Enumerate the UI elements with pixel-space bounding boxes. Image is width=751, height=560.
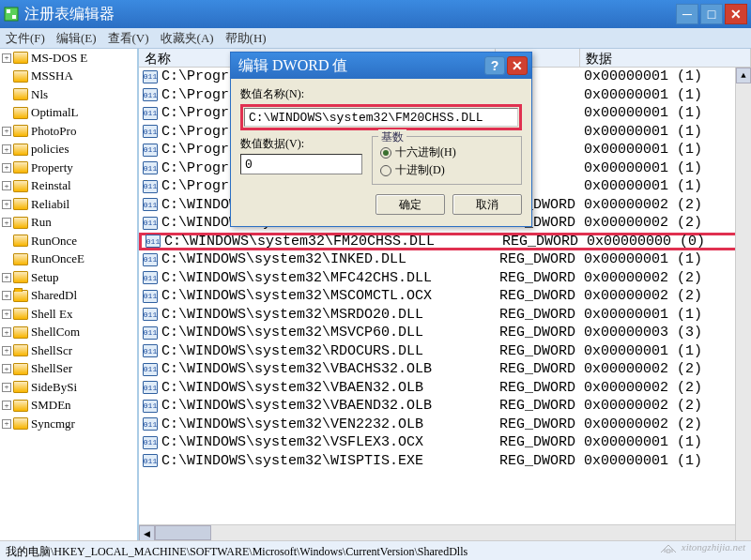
expander-icon[interactable]: + [2,218,11,227]
tree-item[interactable]: +Run [0,214,137,233]
list-row[interactable]: 011C:\WINDOWS\system32\FM20CHSS.DLLREG_D… [139,233,751,251]
cell-data: 0x00000001 (1) [584,343,751,359]
expander-icon[interactable]: + [2,200,11,209]
folder-icon [13,144,28,156]
menu-help[interactable]: 帮助(H) [225,30,267,47]
folder-icon [13,217,28,229]
expander-icon[interactable]: + [2,273,11,282]
tree-item[interactable]: OptimalL [0,104,137,123]
list-row[interactable]: 011C:\WINDOWS\system32\MSRDO20.DLLREG_DW… [139,306,751,325]
maximize-button[interactable]: □ [700,4,723,24]
tree-item[interactable]: +policies [0,141,137,159]
expander-icon[interactable]: + [2,163,11,173]
tree-panel[interactable]: +MS-DOS EMSSHANlsOptimalL+PhotoPro+polic… [0,49,139,540]
folder-icon [13,198,28,210]
dialog-help-button[interactable]: ? [484,56,505,75]
cell-name: C:\WINDOWS\system32\WISPTIS.EXE [161,453,499,469]
horizontal-scrollbar[interactable]: ◀ [139,524,735,540]
tree-item[interactable]: Nls [0,85,137,104]
tree-item[interactable]: +ShellScr [0,341,137,360]
dword-icon: 011 [143,125,158,138]
list-row[interactable]: 011C:\WINDOWS\system32\VBAEND32.OLBREG_D… [139,397,751,416]
list-row[interactable]: 011C:\WINDOWS\system32\MSCOMCTL.OCXREG_D… [139,287,751,306]
cell-name: C:\WINDOWS\system32\INKED.DLL [161,251,499,267]
tree-item[interactable]: +Syncmgr [0,415,137,433]
dialog-close-button[interactable]: ✕ [507,56,528,75]
expander-icon[interactable]: + [2,127,11,136]
list-row[interactable]: 011C:\WINDOWS\system32\VBACHS32.OLBREG_D… [139,360,751,379]
list-row[interactable]: 011C:\WINDOWS\system32\VBAEN32.OLBREG_DW… [139,379,751,398]
tree-item[interactable]: +SharedDl [0,287,137,306]
expander-icon[interactable]: + [2,181,11,190]
list-row[interactable]: 011C:\WINDOWS\system32\WISPTIS.EXEREG_DW… [139,452,751,471]
menu-favorites[interactable]: 收藏夹(A) [161,30,214,47]
value-name-input[interactable] [244,108,518,127]
ok-button[interactable]: 确定 [376,194,445,215]
radix-dec-radio[interactable]: 十进制(D) [380,162,513,178]
radio-icon [380,165,391,176]
expander-icon[interactable]: + [2,401,11,410]
dword-icon: 011 [143,217,158,230]
scroll-up-button[interactable]: ▲ [736,68,751,83]
cancel-button[interactable]: 取消 [452,194,522,215]
tree-item-label: Syncmgr [31,416,75,431]
expander-icon[interactable]: + [2,144,11,154]
tree-item[interactable]: +SideBySi [0,378,137,397]
tree-item[interactable]: +Property [0,159,137,177]
dword-icon: 011 [143,308,158,321]
close-button[interactable]: ✕ [725,4,747,24]
window-title: 注册表编辑器 [24,5,674,24]
menu-file[interactable]: 文件(F) [6,30,45,47]
menu-view[interactable]: 查看(V) [108,30,149,47]
expander-icon[interactable]: + [2,310,11,319]
tree-item[interactable]: +ShellCom [0,324,137,342]
expander-icon[interactable]: + [2,53,11,63]
scroll-thumb[interactable] [155,525,211,540]
tree-item[interactable]: RunOnceE [0,250,137,269]
svg-rect-2 [12,15,16,19]
tree-item[interactable]: MSSHA [0,68,137,86]
tree-item[interactable]: +Reinstal [0,177,137,196]
tree-item-label: Property [31,160,73,175]
value-data-label: 数值数据(V): [240,136,362,152]
dword-icon: 011 [143,417,158,431]
tree-item[interactable]: +Reliabil [0,195,137,214]
tree-item[interactable]: +Shell Ex [0,305,137,324]
tree-item[interactable]: +ShellSer [0,360,137,379]
cell-type: REG_DWORD [499,251,584,267]
dialog-titlebar[interactable]: 编辑 DWORD 值 ? ✕ [231,53,531,79]
scroll-left-button[interactable]: ◀ [139,525,155,541]
value-name-highlight [240,104,522,130]
list-row[interactable]: 011C:\WINDOWS\system32\VSFLEX3.OCXREG_DW… [139,433,751,452]
tree-item[interactable]: +SMDEn [0,397,137,416]
expander-icon[interactable]: + [2,419,11,429]
tree-item-label: Setup [31,270,59,285]
tree-item[interactable]: RunOnce [0,232,137,250]
list-row[interactable]: 011C:\WINDOWS\system32\VEN2232.OLBREG_DW… [139,416,751,434]
tree-item[interactable]: +Setup [0,268,137,287]
radix-hex-radio[interactable]: 十六进制(H) [380,144,513,160]
expander-icon[interactable]: + [2,291,11,300]
tree-item-label: OptimalL [31,105,79,120]
minimize-button[interactable]: ─ [676,4,698,24]
tree-item[interactable]: +PhotoPro [0,122,137,141]
col-data[interactable]: 数据 [580,49,751,67]
list-row[interactable]: 011C:\WINDOWS\system32\RDOCURS.DLLREG_DW… [139,342,751,361]
list-row[interactable]: 011C:\WINDOWS\system32\INKED.DLLREG_DWOR… [139,250,751,269]
cell-data: 0x00000001 (1) [584,434,751,450]
cell-type: REG_DWORD [499,380,584,396]
value-data-input[interactable] [240,154,362,174]
expander-icon[interactable]: + [2,346,11,356]
menu-edit[interactable]: 编辑(E) [56,30,97,47]
cell-name: C:\WINDOWS\system32\VEN2232.OLB [161,416,499,432]
tree-item-label: Reinstal [31,178,71,193]
expander-icon[interactable]: + [2,383,11,392]
tree-item[interactable]: +MS-DOS E [0,49,137,68]
folder-icon [13,88,28,100]
list-row[interactable]: 011C:\WINDOWS\system32\MSVCP60.DLLREG_DW… [139,324,751,342]
expander-icon[interactable]: + [2,364,11,373]
list-row[interactable]: 011C:\WINDOWS\system32\MFC42CHS.DLLREG_D… [139,269,751,288]
dword-icon: 011 [143,180,158,193]
vertical-scrollbar[interactable]: ▲ [735,68,751,540]
expander-icon[interactable]: + [2,327,11,337]
